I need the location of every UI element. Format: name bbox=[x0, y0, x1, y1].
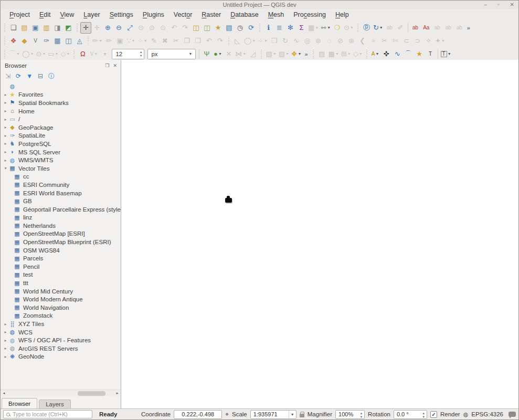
tree-item-postgresql-expander[interactable]: ▸ bbox=[3, 141, 8, 146]
toolbar-drag-handle[interactable] bbox=[86, 36, 90, 46]
locator-search[interactable] bbox=[3, 410, 92, 418]
tree-item-linz[interactable]: ▦linz bbox=[1, 214, 121, 222]
add-selected-layers-button[interactable]: ⇲ bbox=[5, 71, 10, 80]
tree-item-wms-wmts[interactable]: ▸◍WMS/WMTS bbox=[1, 156, 121, 164]
pan-map-button[interactable]: ✛ bbox=[80, 22, 91, 34]
menu-view[interactable]: View bbox=[55, 9, 79, 20]
menu-mesh[interactable]: Mesh bbox=[263, 9, 289, 20]
toolbar-overflow-row1[interactable]: » bbox=[465, 25, 472, 31]
toolbar-drag-handle[interactable] bbox=[258, 23, 262, 33]
map-tips-button[interactable]: ❍ bbox=[332, 22, 343, 34]
toolbar-drag-handle[interactable] bbox=[3, 49, 7, 59]
tree-item-ttt[interactable]: ▦ttt bbox=[1, 279, 121, 287]
tree-item-world-modern-antique[interactable]: ▦World Modern Antique bbox=[1, 295, 121, 303]
zoom-out-button[interactable]: ⊖ bbox=[113, 22, 124, 34]
tree-item-xyz-tiles-expander[interactable]: ▸ bbox=[3, 322, 8, 327]
polygon-annotation-button[interactable]: ★ bbox=[414, 48, 425, 60]
refresh-map-button[interactable]: ⟳ bbox=[246, 22, 257, 34]
tab-browser[interactable]: Browser bbox=[2, 398, 37, 408]
toolbar-drag-handle[interactable] bbox=[3, 23, 7, 33]
tree-item-ms-sql-server-expander[interactable]: ▸ bbox=[3, 150, 8, 154]
new-project-button[interactable]: ❏ bbox=[8, 22, 19, 34]
curve-annotation-button[interactable]: ⌒ bbox=[403, 48, 414, 60]
snapping-unit-combobox[interactable]: px▼ bbox=[147, 49, 196, 59]
new-mesh-layer-button[interactable]: ▦ bbox=[52, 35, 63, 47]
tree-item-postgresql[interactable]: ▸♞PostgreSQL bbox=[1, 140, 121, 148]
menu-database[interactable]: Database bbox=[226, 9, 263, 20]
log-messages-icon[interactable] bbox=[509, 412, 516, 417]
crs-status-button[interactable]: EPSG:4326 bbox=[471, 411, 503, 417]
menu-project[interactable]: Project bbox=[5, 9, 35, 20]
tree-item-favorites-expander[interactable]: ▸ bbox=[3, 92, 8, 97]
map-canvas[interactable] bbox=[121, 60, 518, 408]
tree-item-geonode-expander[interactable]: ▸ bbox=[3, 354, 8, 359]
tree-item-arcgis-rest-servers-expander[interactable]: ▸ bbox=[3, 346, 8, 351]
deselect-all-button[interactable]: ❖▼ bbox=[290, 48, 303, 60]
toolbar-drag-handle[interactable] bbox=[227, 36, 231, 46]
menu-vector[interactable]: Vector bbox=[169, 9, 197, 20]
layout-manager-button[interactable]: ◨ bbox=[52, 22, 63, 34]
statistical-summary-button[interactable]: Σ bbox=[296, 22, 307, 34]
snapping-tolerance-spinbox-arrows[interactable]: ▲▼ bbox=[140, 50, 142, 58]
tree-item-gb[interactable]: ▦GB bbox=[1, 197, 121, 205]
tree-item-vector-tiles-expander[interactable]: ▾ bbox=[3, 166, 8, 171]
maximize-button[interactable]: ▫ bbox=[497, 1, 500, 8]
rotation-spin-arrows[interactable]: ▲▼ bbox=[422, 412, 425, 419]
new-print-layout-button[interactable]: ▥ bbox=[41, 22, 52, 34]
filter-browser-button[interactable]: ▼ bbox=[26, 71, 33, 80]
browser-properties-button[interactable]: ⓘ bbox=[48, 71, 55, 80]
change-case-button[interactable]: Aa bbox=[421, 22, 432, 34]
new-spatial-bookmark-button[interactable]: ★ bbox=[213, 22, 224, 34]
scale-combobox[interactable]: 1:935971 ▼ bbox=[250, 410, 296, 419]
tree-item-wcs[interactable]: ▸◍WCS bbox=[1, 328, 121, 337]
menu-edit[interactable]: Edit bbox=[35, 9, 56, 20]
tree-item-wms-wmts-expander[interactable]: ▸ bbox=[3, 158, 8, 163]
tree-item-ms-sql-server[interactable]: ▸◗MS SQL Server bbox=[1, 148, 121, 156]
tree-item-pencil[interactable]: ▦Pencil bbox=[1, 262, 121, 271]
menu-plugins[interactable]: Plugins bbox=[138, 9, 169, 20]
tree-item-spatial-bookmarks[interactable]: ▸⚑Spatial Bookmarks bbox=[1, 99, 121, 107]
highlight-labels-button[interactable]: ab bbox=[410, 22, 421, 34]
tree-item-arcgis-rest-servers[interactable]: ▸◍ArcGIS REST Servers bbox=[1, 344, 121, 353]
tree-item-osm-wgs84[interactable]: ▦OSM WGS84 bbox=[1, 246, 121, 255]
toolbar-drag-handle[interactable] bbox=[356, 23, 360, 33]
tree-item-home-expander[interactable]: ▸ bbox=[3, 109, 8, 113]
close-panel-button[interactable]: ✕ bbox=[113, 63, 117, 68]
scroll-left-arrow[interactable]: ◂ bbox=[1, 391, 7, 395]
manage-plugins-button[interactable]: ↻▼ bbox=[372, 22, 384, 34]
collapse-all-button[interactable]: ⊟ bbox=[38, 71, 43, 80]
menu-processing[interactable]: Processing bbox=[289, 9, 331, 20]
field-calculator-button[interactable]: ≣ bbox=[274, 22, 285, 34]
tree-item-spatialite[interactable]: ▸✑SpatiaLite bbox=[1, 132, 121, 140]
magnifier-spin-arrows[interactable]: ▲▼ bbox=[360, 412, 363, 419]
tree-item-geonode[interactable]: ▸❋GeoNode bbox=[1, 353, 121, 361]
open-project-button[interactable]: ▤ bbox=[19, 22, 30, 34]
scale-dropdown-icon[interactable]: ▼ bbox=[289, 411, 296, 418]
menu-help[interactable]: Help bbox=[331, 9, 354, 20]
toolbar-drag-handle[interactable] bbox=[311, 49, 315, 59]
enable-tracing-button[interactable]: Ψ bbox=[201, 48, 212, 60]
tree-item-geopackage[interactable]: ▸◆GeoPackage bbox=[1, 123, 121, 132]
zoom-in-button[interactable]: ⊕ bbox=[102, 22, 113, 34]
toolbar-drag-handle[interactable] bbox=[3, 36, 7, 46]
show-bookmarks-button[interactable]: ▤ bbox=[224, 22, 235, 34]
new-spatialite-button[interactable]: ✑ bbox=[41, 35, 52, 47]
tree-item-vector-tiles[interactable]: ▾▦Vector Tiles bbox=[1, 164, 121, 173]
tree-item-spatial-bookmarks-expander[interactable]: ▸ bbox=[3, 100, 8, 105]
browser-horizontal-scrollbar[interactable]: ◂ ▸ bbox=[1, 390, 121, 396]
coordinate-input[interactable]: 0.222,-0.498 bbox=[174, 410, 222, 419]
minimize-button[interactable]: – bbox=[484, 1, 488, 8]
scrollbar-track[interactable] bbox=[7, 391, 114, 396]
scrollbar-thumb[interactable] bbox=[78, 391, 105, 396]
extents-toggle-icon[interactable]: ⌖ bbox=[225, 411, 229, 418]
tree-item-test[interactable]: ▦test bbox=[1, 271, 121, 279]
menu-raster[interactable]: Raster bbox=[197, 9, 226, 20]
locator-input[interactable] bbox=[13, 411, 83, 417]
enable-snapping-button[interactable]: Ω bbox=[77, 48, 88, 60]
snapping-tolerance-spinbox[interactable]: 12▲▼ bbox=[112, 49, 144, 59]
tree-item-spatialite-expander[interactable]: ▸ bbox=[3, 133, 8, 138]
menu-settings[interactable]: Settings bbox=[105, 9, 138, 20]
tree-item-netherlands[interactable]: ▦Netherlands bbox=[1, 222, 121, 230]
tree-item-parcels[interactable]: ▦Parcels bbox=[1, 254, 121, 262]
title-bar[interactable]: Untitled Project — QGIS dev –▫✕ bbox=[1, 1, 518, 9]
